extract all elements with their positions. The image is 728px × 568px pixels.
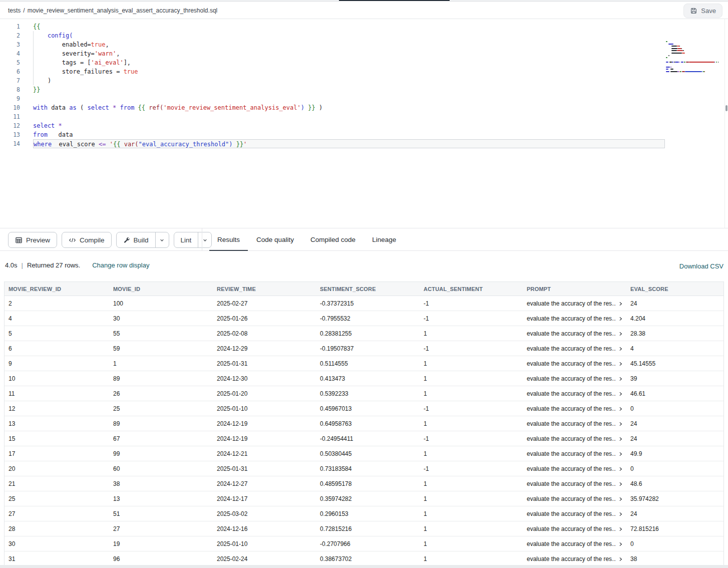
table-cell: 48.6 bbox=[626, 476, 723, 491]
prompt-expand-button[interactable] bbox=[618, 436, 623, 441]
editor-scrollbar-thumb[interactable] bbox=[725, 105, 727, 111]
prompt-text: evaluate the accuracy of the res… bbox=[527, 356, 616, 371]
prompt-cell: evaluate the accuracy of the res… bbox=[523, 356, 626, 371]
table-cell: 2025-01-26 bbox=[213, 311, 316, 326]
prompt-cell: evaluate the accuracy of the res… bbox=[523, 446, 626, 461]
line-number: 5 bbox=[0, 58, 20, 67]
prompt-expand-button[interactable] bbox=[618, 361, 623, 366]
table-row: 17992024-12-210.503804451evaluate the ac… bbox=[5, 446, 723, 461]
code-line[interactable] bbox=[33, 94, 665, 103]
prompt-expand-button[interactable] bbox=[618, 421, 623, 426]
prompt-expand-button[interactable] bbox=[618, 316, 623, 321]
code-line[interactable]: {{ bbox=[33, 22, 665, 31]
tab-compiled-code[interactable]: Compiled code bbox=[302, 228, 363, 251]
code-token bbox=[33, 32, 48, 39]
code-token: ) bbox=[315, 104, 322, 111]
line-number: 12 bbox=[0, 121, 20, 130]
table-cell: 12 bbox=[5, 401, 109, 416]
prompt-expand-button[interactable] bbox=[618, 496, 623, 501]
prompt-text: evaluate the accuracy of the res… bbox=[527, 296, 616, 311]
code-line[interactable]: with data as ( select * from {{ ref('mov… bbox=[33, 103, 665, 112]
prompt-expand-button[interactable] bbox=[618, 391, 623, 396]
prompt-expand-button[interactable] bbox=[618, 376, 623, 381]
editor-minimap[interactable] bbox=[666, 41, 723, 73]
table-cell: 1 bbox=[420, 506, 523, 521]
minimap-segment bbox=[686, 62, 688, 63]
prompt-expand-button[interactable] bbox=[618, 331, 623, 336]
prompt-expand-button[interactable] bbox=[618, 301, 623, 306]
compile-button-label: Compile bbox=[80, 236, 105, 244]
minimap-line bbox=[666, 55, 723, 56]
prompt-expand-button[interactable] bbox=[618, 406, 623, 411]
code-content[interactable]: {{ config( enabled=true, severity='warn'… bbox=[33, 22, 665, 148]
code-line[interactable]: config( bbox=[33, 31, 665, 40]
code-line[interactable]: severity='warn', bbox=[33, 49, 665, 58]
breadcrumb-filename: movie_review_sentiment_analysis_eval_ass… bbox=[28, 7, 218, 14]
table-cell: 1 bbox=[420, 356, 523, 371]
table-cell: 51 bbox=[109, 506, 213, 521]
table-cell: 0 bbox=[626, 401, 723, 416]
table-cell: 4 bbox=[5, 311, 109, 326]
minimap-segment bbox=[684, 62, 685, 63]
code-line[interactable]: tags = ['ai_eval'], bbox=[33, 58, 665, 67]
table-cell: 89 bbox=[109, 416, 213, 431]
prompt-expand-button[interactable] bbox=[618, 451, 623, 456]
download-csv-link[interactable]: Download CSV bbox=[679, 262, 723, 270]
lint-button[interactable]: Lint bbox=[174, 232, 198, 247]
code-line[interactable]: from data bbox=[33, 130, 665, 139]
tab-results[interactable]: Results bbox=[209, 228, 248, 251]
code-line-active[interactable]: where eval_score <= '{{ var("eval_accura… bbox=[33, 139, 665, 148]
table-cell: 13 bbox=[5, 416, 109, 431]
prompt-cell: evaluate the accuracy of the res… bbox=[523, 401, 626, 416]
prompt-expand-button[interactable] bbox=[618, 541, 623, 546]
code-token: "eval_accuracy_threshold" bbox=[139, 141, 229, 148]
minimap-line bbox=[666, 41, 723, 42]
table-cell: 2024-12-17 bbox=[213, 491, 316, 506]
minimap-line bbox=[666, 71, 723, 72]
preview-button[interactable]: Preview bbox=[9, 232, 57, 247]
chevron-right-icon bbox=[618, 332, 623, 336]
code-editor[interactable]: 1234567891011121314 {{ config( enabled=t… bbox=[0, 19, 728, 228]
change-row-display-link[interactable]: Change row display bbox=[92, 261, 149, 269]
chevron-right-icon bbox=[618, 557, 623, 561]
table-row: 6592024-12-29-0.19507837-1evaluate the a… bbox=[5, 341, 723, 356]
table-row: 20602025-01-310.73183584-1evaluate the a… bbox=[5, 461, 723, 476]
line-number: 3 bbox=[0, 40, 20, 49]
save-button[interactable]: Save bbox=[683, 4, 722, 18]
horizontal-scrollbar-track[interactable] bbox=[0, 565, 728, 568]
prompt-expand-button[interactable] bbox=[618, 481, 623, 486]
code-line[interactable]: store_failures = true bbox=[33, 67, 665, 76]
tab-code-quality[interactable]: Code quality bbox=[248, 228, 302, 251]
prompt-expand-button[interactable] bbox=[618, 346, 623, 351]
table-cell: 35.974282 bbox=[626, 491, 723, 506]
minimap-segment bbox=[677, 71, 679, 72]
tab-lineage[interactable]: Lineage bbox=[364, 228, 404, 251]
prompt-text: evaluate the accuracy of the res… bbox=[527, 521, 616, 536]
compile-button[interactable]: Compile bbox=[62, 232, 111, 247]
code-line[interactable]: select * bbox=[33, 121, 665, 130]
table-row: 10892024-12-300.4134731evaluate the accu… bbox=[5, 371, 723, 386]
code-line[interactable]: ) bbox=[33, 76, 665, 85]
table-cell: 9 bbox=[5, 356, 109, 371]
prompt-cell: evaluate the accuracy of the res… bbox=[523, 371, 626, 386]
compile-button-group: Compile bbox=[62, 232, 112, 248]
prompt-expand-button[interactable] bbox=[618, 556, 623, 561]
prompt-expand-button[interactable] bbox=[618, 511, 623, 516]
build-dropdown-button[interactable] bbox=[155, 232, 169, 247]
table-cell: 0.5114555 bbox=[316, 356, 420, 371]
table-row: 21002025-02-27-0.37372315-1evaluate the … bbox=[5, 296, 723, 311]
table-cell: 24 bbox=[626, 431, 723, 446]
editor-scrollbar[interactable] bbox=[724, 19, 728, 228]
line-number: 1 bbox=[0, 22, 20, 31]
prompt-expand-button[interactable] bbox=[618, 466, 623, 471]
prompt-expand-button[interactable] bbox=[618, 526, 623, 531]
build-button[interactable]: Build bbox=[117, 232, 155, 247]
minimap-segment bbox=[670, 69, 673, 70]
code-token: ( bbox=[77, 104, 88, 111]
code-line[interactable]: }} bbox=[33, 85, 665, 94]
code-token: config( bbox=[48, 32, 73, 39]
code-line[interactable]: enabled=true, bbox=[33, 40, 665, 49]
code-line[interactable] bbox=[33, 112, 665, 121]
minimap-segment bbox=[704, 71, 705, 72]
table-cell: 60 bbox=[109, 461, 213, 476]
